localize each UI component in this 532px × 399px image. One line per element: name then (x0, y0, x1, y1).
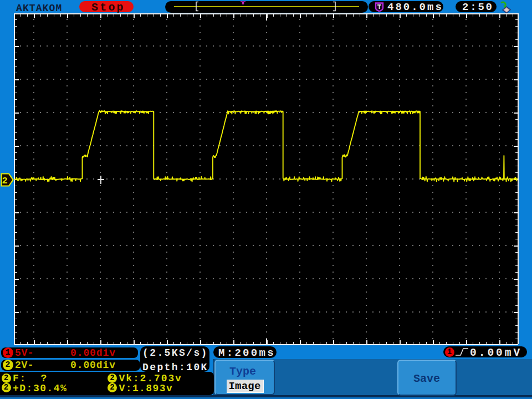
svg-text:2: 2 (2, 176, 7, 186)
